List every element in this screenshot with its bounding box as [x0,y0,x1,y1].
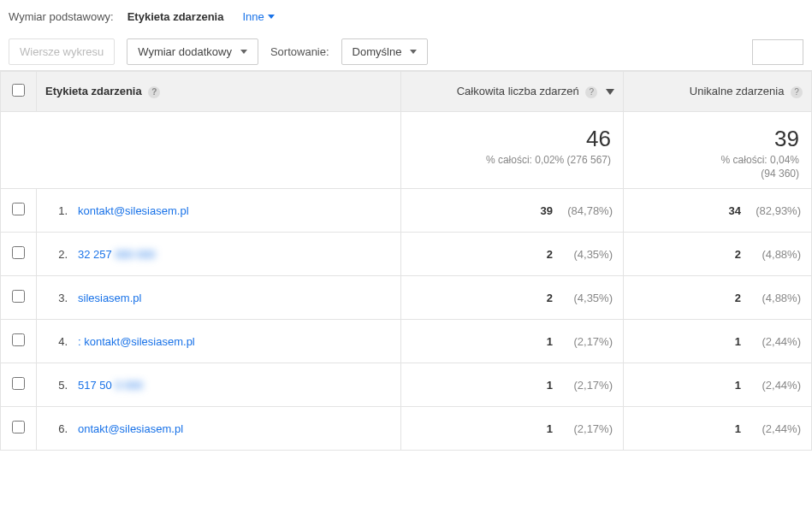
table-row: 1.kontakt@silesiasem.pl39(84,78%)34(82,9… [1,189,812,233]
row-checkbox[interactable] [12,421,25,433]
row-index: 2. [47,248,69,261]
row-label-text: : kontakt@silesiasem.pl [78,335,195,348]
summary-unique-sub1: % całości: 0,04% [636,154,799,166]
chevron-down-icon [240,50,247,54]
row-checkbox-cell [1,233,37,276]
row-checkbox[interactable] [12,377,25,390]
sort-dropdown[interactable]: Domyślne [341,38,429,65]
row-checkbox[interactable] [12,290,25,303]
other-dimension-dropdown[interactable]: Inne [237,7,279,27]
sort-desc-icon [606,89,614,95]
row-events-cell: 1(2,17%) [401,363,624,407]
help-icon[interactable]: ? [148,86,160,98]
table-row: 4.: kontakt@silesiasem.pl1(2,17%)1(2,44%… [1,320,812,363]
secondary-dimension-label: Wymiar dodatkowy [138,45,232,58]
row-checkbox-cell [1,320,37,363]
row-label-cell: 4.: kontakt@silesiasem.pl [37,320,401,363]
row-index: 3. [47,292,69,304]
row-label-cell: 2.32 257 000 000 [37,233,401,276]
data-table: Etykieta zdarzenia ? Całkowita liczba zd… [0,71,812,451]
row-checkbox-cell [1,363,37,407]
row-unique-percent: (82,93%) [746,204,801,217]
header-unique-events[interactable]: Unikalne zdarzenia ? [624,72,812,112]
row-events-value: 2 [532,292,553,304]
row-events-cell: 2(4,35%) [401,276,624,320]
row-index: 5. [47,379,69,392]
row-label-redacted: 0 000 [115,379,143,392]
row-events-cell: 2(4,35%) [401,233,624,276]
row-events-percent: (4,35%) [558,292,613,304]
row-unique-percent: (4,88%) [746,248,801,261]
row-unique-percent: (2,44%) [746,422,801,435]
table-row: 5.517 50 0 0001(2,17%)1(2,44%) [1,363,812,407]
row-unique-cell: 2(4,88%) [624,276,812,320]
primary-dimension-value[interactable]: Etykieta zdarzenia [121,7,231,27]
summary-events-value: 46 [413,126,611,152]
row-events-percent: (2,17%) [558,335,613,348]
row-unique-value: 34 [720,204,741,217]
row-index: 6. [47,422,69,435]
primary-dimension-label: Wymiar podstawowy: [9,10,114,23]
row-label-link[interactable]: ontakt@silesiasem.pl [78,422,183,435]
row-unique-percent: (2,44%) [746,335,801,348]
row-label-link[interactable]: kontakt@silesiasem.pl [78,204,189,217]
row-label-cell: 5.517 50 0 000 [37,363,401,407]
table-row: 6.ontakt@silesiasem.pl1(2,17%)1(2,44%) [1,407,812,451]
row-label-text: silesiasem.pl [78,292,141,304]
chevron-down-icon [410,50,417,54]
row-unique-value: 2 [720,292,741,304]
summary-unique-value: 39 [636,126,799,152]
table-row: 3.silesiasem.pl2(4,35%)2(4,88%) [1,276,812,320]
select-all-cell [1,72,37,112]
row-label-redacted: 000 000 [115,248,155,261]
header-label[interactable]: Etykieta zdarzenia ? [37,72,401,112]
summary-row: 46 % całości: 0,02% (276 567) 39 % całoś… [1,112,812,189]
row-label-text: ontakt@silesiasem.pl [78,422,183,435]
row-label-cell: 3.silesiasem.pl [37,276,401,320]
search-input[interactable] [752,39,803,65]
row-unique-cell: 1(2,44%) [624,320,812,363]
header-unique-text: Unikalne zdarzenia [690,85,785,97]
controls-bar: Wiersze wykresu Wymiar dodatkowy Sortowa… [0,33,812,71]
help-icon[interactable]: ? [791,86,803,98]
row-unique-cell: 2(4,88%) [624,233,812,276]
row-label-link[interactable]: silesiasem.pl [78,292,141,304]
chevron-down-icon [268,15,275,19]
row-events-cell: 1(2,17%) [401,407,624,451]
select-all-checkbox[interactable] [12,84,25,97]
row-events-value: 1 [532,422,553,435]
table-row: 2.32 257 000 0002(4,35%)2(4,88%) [1,233,812,276]
row-checkbox[interactable] [12,203,25,215]
secondary-dimension-dropdown[interactable]: Wymiar dodatkowy [127,38,258,65]
row-checkbox-cell [1,407,37,451]
row-checkbox[interactable] [12,333,25,346]
row-unique-value: 1 [720,379,741,392]
row-label-text: kontakt@silesiasem.pl [78,204,189,217]
row-checkbox-cell [1,189,37,233]
row-label-link[interactable]: 517 50 0 000 [78,379,143,392]
header-total-events[interactable]: Całkowita liczba zdarzeń ? [401,72,624,112]
sort-value: Domyślne [353,45,402,58]
row-unique-cell: 1(2,44%) [624,363,812,407]
chart-rows-button: Wiersze wykresu [9,38,115,65]
row-events-cell: 1(2,17%) [401,320,624,363]
row-unique-cell: 34(82,93%) [624,189,812,233]
search-box [752,39,803,65]
row-unique-value: 2 [720,248,741,261]
summary-events-sub: % całości: 0,02% (276 567) [413,154,611,166]
row-label-cell: 6.ontakt@silesiasem.pl [37,407,401,451]
row-events-percent: (2,17%) [558,379,613,392]
row-events-value: 1 [532,335,553,348]
row-unique-value: 1 [720,422,741,435]
header-events-text: Całkowita liczba zdarzeń [457,85,579,97]
help-icon[interactable]: ? [585,86,597,98]
row-index: 4. [47,335,69,348]
row-events-percent: (84,78%) [558,204,613,217]
row-label-link[interactable]: : kontakt@silesiasem.pl [78,335,195,348]
row-label-text: 517 50 [78,379,112,392]
row-checkbox[interactable] [12,246,25,259]
row-events-value: 1 [532,379,553,392]
row-events-percent: (4,35%) [558,248,613,261]
row-index: 1. [47,204,69,217]
row-label-link[interactable]: 32 257 000 000 [78,248,155,261]
